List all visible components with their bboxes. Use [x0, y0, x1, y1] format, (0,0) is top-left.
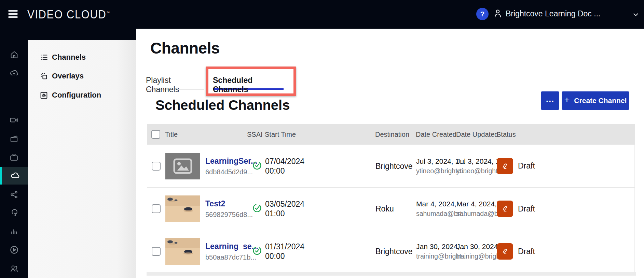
start-time-cell: 03/05/2024 01:00: [265, 199, 304, 218]
rail-home-icon[interactable]: [0, 46, 28, 63]
draft-pen-icon: [497, 243, 513, 260]
table-row: Learning_se... b50aa87dc71b... 01/31/202…: [147, 230, 635, 273]
rail-users-icon[interactable]: [0, 260, 28, 277]
section-title: Scheduled Channels: [155, 98, 290, 113]
sidebar-item-channels[interactable]: Channels: [28, 49, 136, 65]
sidebar-item-label: Overlays: [52, 72, 84, 81]
main-content: Channels Playlist Channels Scheduled Cha…: [136, 29, 644, 278]
draft-pen-icon: [497, 158, 513, 174]
table-row: Test2 569829756d8... 03/05/2024 01:00 Ro…: [147, 187, 635, 230]
create-channel-button[interactable]: + Create Channel: [562, 91, 629, 110]
sidebar-item-overlays[interactable]: Overlays: [28, 68, 136, 84]
status-label: Draft: [518, 247, 535, 256]
channels-sidebar: Channels Overlays Configuration: [28, 40, 136, 278]
user-icon: [493, 8, 503, 20]
rail-video-camera-icon[interactable]: [0, 111, 28, 129]
destination-cell: Roku: [375, 204, 394, 214]
destination-cell: Brightcove: [375, 161, 413, 171]
destination-cell: Brightcove: [375, 247, 413, 256]
start-time-cell: 07/04/2024 00:00: [265, 157, 304, 176]
channel-title-link[interactable]: Learning_se...: [205, 242, 258, 251]
status-label: Draft: [518, 161, 535, 171]
channel-thumbnail[interactable]: [165, 153, 200, 179]
channel-title-link[interactable]: Test2: [205, 199, 253, 208]
row-checkbox[interactable]: [152, 162, 161, 171]
help-button[interactable]: ?: [476, 8, 489, 20]
column-header-destination[interactable]: Destination: [375, 130, 409, 138]
hamburger-menu-icon[interactable]: [8, 10, 18, 18]
list-icon: [40, 53, 49, 62]
rail-tv-icon[interactable]: [0, 148, 28, 166]
scheduled-channels-table: Title SSAI Start Time Destination Date C…: [147, 124, 635, 273]
column-header-start-time[interactable]: Start Time: [265, 130, 296, 138]
status-label: Draft: [518, 204, 535, 214]
table-header: Title SSAI Start Time Destination Date C…: [147, 124, 635, 145]
channel-id: b50aa87dc71b...: [205, 253, 258, 261]
tab-scheduled-channels[interactable]: Scheduled Channels: [213, 76, 284, 90]
draft-pen-icon: [497, 201, 513, 217]
column-header-date-created[interactable]: Date Created: [416, 130, 456, 138]
channel-id: 6db84d5d2d9...: [205, 168, 257, 176]
rail-channels-cloud-icon[interactable]: [0, 167, 28, 185]
more-actions-button[interactable]: ...: [541, 91, 559, 110]
page-title: Channels: [150, 39, 220, 57]
column-header-status[interactable]: Status: [496, 130, 516, 138]
tab-playlist-channels[interactable]: Playlist Channels: [146, 76, 204, 90]
table-bottom-divider: [147, 272, 636, 276]
ssai-check-icon: [252, 203, 262, 215]
video-cloud-logo: VIDEO CLOUD™: [27, 8, 110, 21]
channel-thumbnail[interactable]: [165, 195, 200, 222]
rail-clapperboard-icon[interactable]: [0, 130, 28, 147]
channel-id: 569829756d8...: [205, 211, 253, 219]
row-checkbox[interactable]: [152, 247, 161, 256]
video-cloud-app: VIDEO CLOUD™ ? Brightcove Learning Doc .…: [0, 0, 644, 278]
sidebar-item-label: Configuration: [52, 91, 101, 100]
sidebar-item-configuration[interactable]: Configuration: [28, 87, 136, 103]
select-all-checkbox[interactable]: [151, 130, 160, 139]
chevron-down-icon[interactable]: [632, 11, 640, 20]
nav-rail: [0, 29, 28, 278]
ssai-check-icon: [252, 246, 262, 257]
status-cell: Draft: [497, 158, 535, 174]
status-cell: Draft: [497, 201, 535, 217]
rail-share-icon[interactable]: [0, 186, 28, 203]
ssai-check-icon: [252, 160, 262, 172]
rail-play-circle-icon[interactable]: [0, 241, 28, 259]
top-bar: VIDEO CLOUD™ ? Brightcove Learning Doc .…: [0, 0, 644, 29]
rail-interactivity-icon[interactable]: [0, 204, 28, 222]
account-menu[interactable]: Brightcove Learning Doc ...: [506, 9, 600, 18]
sidebar-item-label: Channels: [52, 53, 86, 62]
rail-upload-icon[interactable]: [0, 64, 28, 82]
start-time-cell: 01/31/2024 00:00: [265, 242, 304, 261]
row-checkbox[interactable]: [152, 204, 161, 213]
plus-icon: +: [564, 95, 570, 105]
placeholder-image-icon: [165, 153, 200, 179]
status-cell: Draft: [497, 243, 535, 260]
gear-square-icon: [40, 91, 49, 100]
rail-analytics-icon[interactable]: [0, 222, 28, 240]
column-header-ssai[interactable]: SSAI: [247, 130, 263, 138]
table-row: LearningSer... 6db84d5d2d9... 07/04/2024…: [147, 145, 635, 187]
channel-thumbnail[interactable]: [165, 238, 200, 265]
overlays-icon: [40, 72, 49, 81]
column-header-title[interactable]: Title: [165, 130, 178, 138]
column-header-date-updated[interactable]: Date Updated: [456, 130, 498, 138]
channel-title-link[interactable]: LearningSer...: [205, 156, 257, 165]
